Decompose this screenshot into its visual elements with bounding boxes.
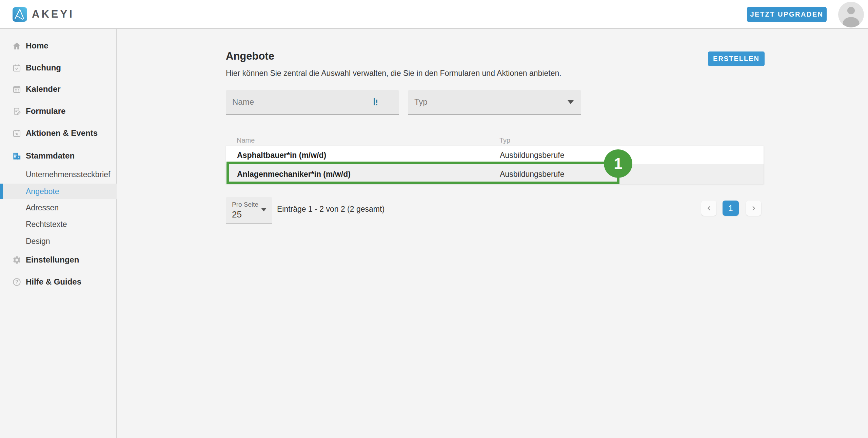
page-1-button[interactable]: 1: [723, 201, 739, 216]
sidebar-item-angebote[interactable]: Angebote: [0, 184, 117, 199]
sidebar-item-label: Buchung: [26, 63, 61, 72]
app-window: AKEYI JETZT UPGRADEN Home: [0, 0, 868, 438]
create-button[interactable]: ERSTELLEN: [708, 51, 765, 66]
sidebar-item-rechtstexte[interactable]: Rechtstexte: [0, 216, 117, 232]
page-subtitle: Hier können Sie zentral die Auswahl verw…: [226, 69, 561, 78]
offer-name: Anlagenmechaniker*in (m/w/d): [237, 164, 351, 184]
sidebar-item-formulare[interactable]: Formulare: [0, 103, 117, 119]
person-icon: [838, 2, 864, 27]
sidebar-item-label: Kalender: [26, 84, 61, 94]
avatar[interactable]: [838, 2, 864, 27]
sidebar-item-buchung[interactable]: Buchung: [0, 60, 117, 76]
building-icon: [12, 151, 21, 161]
calendar-check-icon: [12, 63, 21, 72]
help-icon: [12, 277, 21, 287]
text-cursor-icon: [372, 98, 380, 108]
sidebar-item-design[interactable]: Design: [0, 233, 117, 249]
sidebar-item-label: Unternehmenssteckbrief: [26, 170, 110, 179]
sidebar-item-label: Angebote: [26, 187, 59, 196]
calendar-star-icon: [12, 129, 21, 138]
form-pencil-icon: [12, 107, 21, 116]
chevron-down-icon: [261, 208, 267, 211]
table-row[interactable]: Anlagenmechaniker*in (m/w/d) Ausbildungs…: [226, 164, 764, 184]
sidebar-item-label: Hilfe & Guides: [26, 277, 81, 287]
type-filter-placeholder: Typ: [414, 90, 428, 114]
next-page-button[interactable]: [746, 201, 761, 216]
sidebar-item-label: Rechtstexte: [26, 220, 67, 229]
table-header: Name Typ: [226, 135, 764, 146]
akeyi-logo-icon: [13, 7, 27, 22]
sidebar: Home Buchung: [0, 29, 117, 438]
topbar: AKEYI JETZT UPGRADEN: [0, 0, 868, 29]
name-filter-placeholder: Name: [232, 90, 254, 114]
brand[interactable]: AKEYI: [13, 0, 74, 28]
per-page-select[interactable]: Pro Seite 25: [226, 197, 272, 224]
sidebar-item-label: Formulare: [26, 106, 65, 116]
gear-icon: [12, 255, 21, 265]
per-page-label: Pro Seite: [232, 201, 258, 208]
name-filter-input[interactable]: Name: [226, 90, 399, 114]
chevron-right-icon: [750, 205, 757, 212]
column-header-name: Name: [237, 137, 255, 144]
type-filter-select[interactable]: Typ: [408, 90, 581, 114]
page-title: Angebote: [226, 50, 274, 62]
sidebar-item-home[interactable]: Home: [0, 38, 117, 54]
sidebar-item-adressen[interactable]: Adressen: [0, 200, 117, 215]
sidebar-item-label: Aktionen & Events: [26, 128, 98, 138]
sidebar-item-aktionen-events[interactable]: Aktionen & Events: [0, 125, 117, 141]
sidebar-item-label: Stammdaten: [26, 151, 75, 161]
sidebar-item-einstellungen[interactable]: Einstellungen: [0, 252, 117, 268]
sidebar-item-hilfe-guides[interactable]: Hilfe & Guides: [0, 274, 117, 290]
sidebar-item-kalender[interactable]: Kalender: [0, 81, 117, 97]
brand-name: AKEYI: [32, 8, 74, 20]
chevron-left-icon: [705, 205, 713, 212]
sidebar-item-label: Adressen: [26, 203, 59, 212]
calendar-icon: [12, 85, 21, 94]
sidebar-item-label: Design: [26, 237, 50, 246]
sidebar-item-unternehmenssteckbrief[interactable]: Unternehmenssteckbrief: [0, 167, 117, 182]
home-icon: [12, 41, 21, 50]
sidebar-item-label: Einstellungen: [26, 255, 79, 265]
offer-name: Asphaltbauer*in (m/w/d): [237, 146, 326, 164]
per-page-value: 25: [232, 209, 242, 220]
table-row[interactable]: Asphaltbauer*in (m/w/d) Ausbildungsberuf…: [226, 146, 764, 164]
offer-type: Ausbildungsberufe: [500, 146, 565, 164]
upgrade-button[interactable]: JETZT UPGRADEN: [747, 7, 827, 22]
chevron-down-icon: [568, 100, 574, 104]
offer-type: Ausbildungsberufe: [500, 164, 565, 184]
previous-page-button[interactable]: [701, 201, 716, 216]
entries-summary: Einträge 1 - 2 von 2 (2 gesamt): [277, 205, 384, 214]
offers-table: Asphaltbauer*in (m/w/d) Ausbildungsberuf…: [226, 146, 764, 184]
sidebar-item-stammdaten[interactable]: Stammdaten: [0, 148, 117, 164]
sidebar-item-label: Home: [26, 41, 48, 50]
column-header-typ: Typ: [499, 137, 510, 144]
